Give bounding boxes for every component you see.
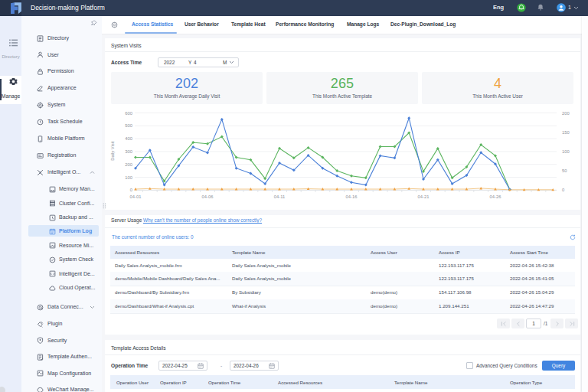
svg-text:100: 100	[125, 175, 132, 180]
svg-text:04-16: 04-16	[346, 194, 358, 199]
svg-text:04-26: 04-26	[490, 194, 501, 199]
svg-text:04-21: 04-21	[418, 194, 430, 199]
svg-text:100: 100	[562, 149, 570, 154]
svg-text:500: 500	[125, 123, 132, 128]
svg-text:400: 400	[125, 136, 132, 141]
svg-text:04-06: 04-06	[202, 194, 214, 199]
svg-text:300: 300	[125, 149, 132, 154]
svg-text:0: 0	[130, 188, 132, 192]
svg-text:50: 50	[562, 168, 567, 173]
svg-text:200: 200	[125, 162, 132, 167]
svg-text:600: 600	[125, 111, 132, 116]
svg-text:04-11: 04-11	[274, 194, 285, 199]
svg-text:04-01: 04-01	[130, 194, 142, 199]
svg-text:0: 0	[562, 188, 564, 192]
svg-text:200: 200	[562, 111, 570, 116]
svg-text:Daily Visit: Daily Visit	[110, 141, 115, 161]
svg-text:150: 150	[562, 130, 570, 135]
